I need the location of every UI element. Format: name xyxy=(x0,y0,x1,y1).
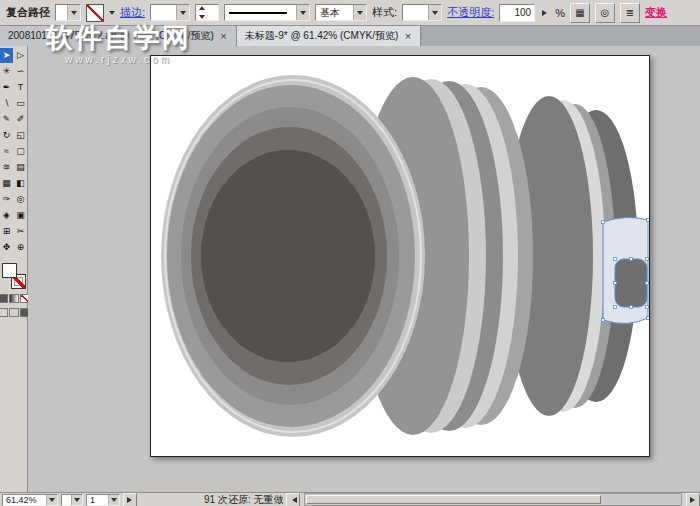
blend-tool[interactable]: ◎ xyxy=(14,192,27,207)
color-button[interactable] xyxy=(0,294,8,303)
chevron-down-icon xyxy=(357,11,363,18)
chevron-up-icon xyxy=(199,3,205,10)
anchor-point[interactable] xyxy=(614,306,617,309)
anchor-point[interactable] xyxy=(602,319,605,322)
paintbrush-tool[interactable]: ✎ xyxy=(0,112,13,127)
live-paint-bucket-tool[interactable]: ◈ xyxy=(0,208,13,223)
chevron-down-icon xyxy=(300,11,306,18)
pen-tool[interactable]: ✒ xyxy=(0,80,13,95)
horizontal-scrollbar[interactable] xyxy=(304,493,682,506)
graph-tool[interactable]: ▤ xyxy=(14,160,27,175)
anchor-point[interactable] xyxy=(646,282,649,285)
brush-definition-select[interactable] xyxy=(224,4,310,21)
document-tab-1[interactable]: 20081017144757572.ai* @ 75% (CMYK/预览) xyxy=(0,26,237,46)
chevron-down-icon[interactable] xyxy=(109,11,115,18)
profile-select[interactable] xyxy=(55,4,81,21)
full-screen-menu-button[interactable] xyxy=(9,308,19,317)
arrow-right-icon xyxy=(127,497,135,503)
lens-glass xyxy=(201,150,375,362)
appearance-select[interactable]: 基本 xyxy=(315,4,367,21)
close-icon[interactable] xyxy=(219,32,228,41)
gradient-tool[interactable]: ◧ xyxy=(14,176,27,191)
screen-mode-row xyxy=(0,308,30,317)
close-icon[interactable] xyxy=(403,32,412,41)
grid-icon-button[interactable]: ▦ xyxy=(570,3,590,23)
next-artboard-button[interactable] xyxy=(123,493,137,506)
type-tool[interactable]: T xyxy=(14,80,27,95)
appearance-value: 基本 xyxy=(320,6,340,20)
rectangle-tool[interactable]: ▭ xyxy=(14,96,27,111)
magic-wand-tool[interactable]: ✳ xyxy=(0,64,13,79)
fill-swatch[interactable] xyxy=(2,263,17,278)
scroll-right-button[interactable] xyxy=(686,493,700,506)
rotate-tool[interactable]: ↻ xyxy=(0,128,13,143)
scroll-left-button[interactable] xyxy=(286,493,300,506)
anchor-point[interactable] xyxy=(647,219,650,222)
arrow-right-icon xyxy=(690,497,698,503)
warp-tool[interactable]: ≈ xyxy=(0,144,13,159)
target-icon-button[interactable]: ◎ xyxy=(595,3,615,23)
stroke-weight-spinner[interactable] xyxy=(195,4,219,21)
live-paint-selection-tool[interactable]: ▣ xyxy=(14,208,27,223)
direct-selection-tool[interactable]: ▷ xyxy=(14,48,27,63)
anchor-point[interactable] xyxy=(630,258,633,261)
chevron-down-icon xyxy=(74,498,80,505)
transform-link[interactable]: 变换 xyxy=(645,5,667,20)
anchor-point[interactable] xyxy=(647,317,650,320)
zoom-tool[interactable]: ⊕ xyxy=(14,240,27,255)
hand-tool[interactable]: ✥ xyxy=(0,240,13,255)
style-label: 样式: xyxy=(372,5,397,20)
anchor-point[interactable] xyxy=(630,306,633,309)
document-tab-2[interactable]: 未标题-9* @ 61.42% (CMYK/预览) xyxy=(237,26,422,46)
lens-drawing xyxy=(151,56,649,456)
selected-inner-path[interactable] xyxy=(615,259,647,307)
chevron-down-icon xyxy=(432,11,438,18)
fill-color-well[interactable] xyxy=(86,4,104,22)
artboard[interactable] xyxy=(150,55,650,457)
chevron-down-icon xyxy=(180,11,186,18)
tool-grid: ➤ ▷ ✳ ∽ ✒ T ∖ ▭ ✎ ✐ ↻ ◱ ≈ ▢ ≋ ▤ ▦ ◧ ✑ ◎ xyxy=(0,48,27,255)
menu-icon-button[interactable]: ≣ xyxy=(620,3,640,23)
anchor-point[interactable] xyxy=(614,282,617,285)
selection-tool[interactable]: ➤ xyxy=(0,48,13,63)
anchor-point[interactable] xyxy=(602,221,605,224)
compound-path-label: 复合路径 xyxy=(6,5,50,20)
lasso-tool[interactable]: ∽ xyxy=(14,64,27,79)
free-transform-tool[interactable]: ▢ xyxy=(14,144,27,159)
anchor-point[interactable] xyxy=(646,306,649,309)
crop-area-tool[interactable]: ⊞ xyxy=(0,224,13,239)
opacity-link[interactable]: 不透明度: xyxy=(447,5,494,20)
pencil-tool[interactable]: ✐ xyxy=(14,112,27,127)
lens-artwork xyxy=(161,75,638,437)
eyedropper-tool[interactable]: ✑ xyxy=(0,192,13,207)
scrollbar-thumb[interactable] xyxy=(306,495,601,504)
percent-label: % xyxy=(555,7,565,19)
mesh-tool[interactable]: ▦ xyxy=(0,176,13,191)
opacity-slider-arrow-icon[interactable] xyxy=(542,10,550,16)
scale-tool[interactable]: ◱ xyxy=(14,128,27,143)
selected-object[interactable] xyxy=(602,217,650,323)
symbol-sprayer-tool[interactable]: ≋ xyxy=(0,160,13,175)
arrow-left-icon xyxy=(289,497,297,503)
chevron-down-icon xyxy=(199,15,205,22)
tab-label: 20081017144757572.ai* @ 75% (CMYK/预览) xyxy=(8,29,214,43)
control-bar: 复合路径 描边: 基本 样式: 不透明度: 100 % ▦ ◎ ≣ 变换 xyxy=(0,0,700,26)
gradient-button[interactable] xyxy=(9,294,19,303)
zoom-level-select[interactable]: 61.42% xyxy=(2,494,58,506)
canvas-area[interactable] xyxy=(28,46,700,492)
normal-screen-button[interactable] xyxy=(0,308,8,317)
stroke-link[interactable]: 描边: xyxy=(120,5,145,20)
artboard-number-select[interactable]: 1 xyxy=(86,494,120,506)
opacity-value[interactable]: 100 xyxy=(499,4,535,22)
tools-panel: ➤ ▷ ✳ ∽ ✒ T ∖ ▭ ✎ ✐ ↻ ◱ ≈ ▢ ≋ ▤ ▦ ◧ ✑ ◎ xyxy=(0,46,28,492)
stroke-color-select[interactable] xyxy=(150,4,190,21)
anchor-point[interactable] xyxy=(614,258,617,261)
line-segment-tool[interactable]: ∖ xyxy=(0,96,13,111)
main-content: ➤ ▷ ✳ ∽ ✒ T ∖ ▭ ✎ ✐ ↻ ◱ ≈ ▢ ≋ ▤ ▦ ◧ ✑ ◎ xyxy=(0,46,700,492)
chevron-down-icon xyxy=(49,498,55,505)
tool-hint-select[interactable] xyxy=(61,494,83,506)
anchor-point[interactable] xyxy=(646,258,649,261)
style-select[interactable] xyxy=(402,4,442,21)
slice-tool[interactable]: ✂ xyxy=(14,224,27,239)
artboard-number-value: 1 xyxy=(90,495,95,505)
